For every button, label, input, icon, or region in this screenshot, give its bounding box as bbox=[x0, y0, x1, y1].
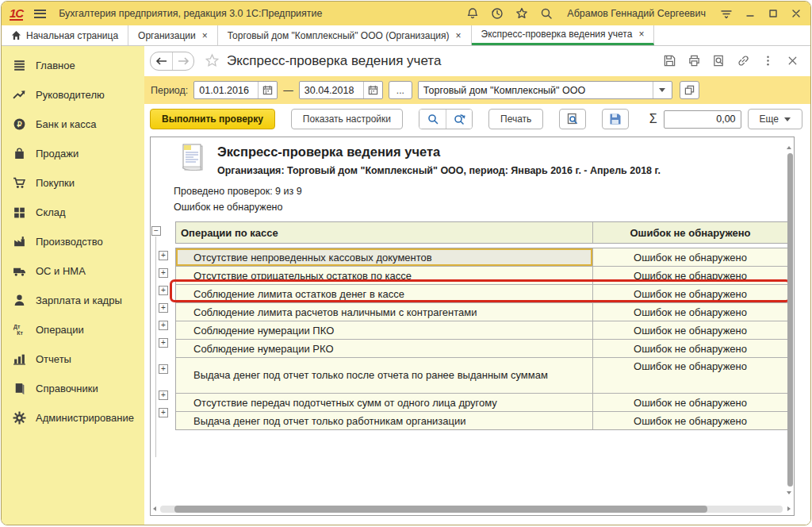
check-status-cell[interactable]: Ошибок не обнаружено bbox=[593, 267, 787, 284]
scroll-left-icon[interactable] bbox=[153, 506, 156, 511]
collapse-group-toggle[interactable]: − bbox=[151, 226, 161, 236]
tab-close-icon[interactable]: × bbox=[456, 30, 462, 41]
group-status-cell[interactable]: Ошибок не обнаружено bbox=[593, 222, 787, 243]
table-row-highlighted[interactable]: Соблюдение лимита остатков денег в кассе… bbox=[176, 284, 787, 302]
sidebar-item-bank-cash[interactable]: ₽ Банк и касса bbox=[2, 110, 144, 139]
link-icon[interactable] bbox=[737, 54, 750, 67]
expand-row-toggle[interactable]: + bbox=[159, 303, 168, 313]
favorites-star-icon[interactable] bbox=[515, 6, 529, 21]
table-row[interactable]: Выдача денег под отчет только работникам… bbox=[176, 411, 787, 429]
notifications-bell-icon[interactable] bbox=[465, 6, 480, 21]
expand-row-toggle[interactable]: + bbox=[159, 268, 168, 278]
group-header-cell[interactable]: Операции по кассе bbox=[176, 222, 593, 243]
favorite-star-icon[interactable] bbox=[204, 53, 220, 69]
find-button[interactable] bbox=[419, 110, 446, 129]
current-user[interactable]: Абрамов Геннадий Сергеевич bbox=[567, 8, 706, 19]
organization-input[interactable] bbox=[419, 82, 653, 98]
save-report-button[interactable] bbox=[602, 109, 629, 129]
main-menu-icon[interactable] bbox=[34, 10, 46, 18]
check-status-cell[interactable]: Ошибок не обнаружено bbox=[593, 285, 787, 302]
expand-row-toggle[interactable]: + bbox=[159, 408, 168, 417]
sidebar-item-purchases[interactable]: Покупки bbox=[2, 168, 144, 198]
check-status-cell[interactable]: Ошибок не обнаружено bbox=[593, 303, 787, 321]
check-status-cell[interactable]: Ошибок не обнаружено bbox=[593, 394, 787, 411]
dropdown-caret-icon[interactable] bbox=[653, 82, 672, 98]
sidebar-item-administration[interactable]: Администрирование bbox=[2, 403, 144, 433]
check-name-cell[interactable]: Соблюдение лимита остатков денег в кассе bbox=[176, 285, 593, 302]
expand-row-toggle[interactable]: + bbox=[159, 286, 168, 295]
sidebar-item-payroll-hr[interactable]: Зарплата и кадры bbox=[2, 286, 144, 315]
horizontal-scrollbar[interactable] bbox=[174, 506, 707, 513]
expand-row-toggle[interactable]: + bbox=[159, 251, 168, 260]
tab-organizations[interactable]: Организации × bbox=[128, 25, 218, 45]
history-icon[interactable] bbox=[490, 6, 504, 21]
sidebar-item-sales[interactable]: Продажи bbox=[2, 139, 144, 168]
expand-row-toggle[interactable]: + bbox=[159, 390, 168, 400]
check-status-cell[interactable]: Ошибок не обнаружено bbox=[593, 358, 787, 393]
maximize-icon[interactable] bbox=[767, 7, 779, 20]
sidebar-item-operations[interactable]: ДтКт Операции bbox=[2, 315, 144, 344]
scroll-up-icon[interactable] bbox=[787, 146, 791, 149]
expand-row-toggle[interactable]: + bbox=[159, 364, 168, 374]
vertical-scrollbar[interactable] bbox=[787, 153, 793, 487]
check-name-cell[interactable]: Выдача денег под отчет только работникам… bbox=[176, 412, 593, 429]
sidebar-item-production[interactable]: Производство bbox=[2, 227, 144, 256]
check-name-cell[interactable]: Отсутствие отрицательных остатков по кас… bbox=[176, 267, 593, 284]
table-row[interactable]: Отсутствие передач подотчетных сумм от о… bbox=[176, 393, 787, 411]
forward-button[interactable] bbox=[172, 52, 193, 70]
calendar-icon[interactable] bbox=[363, 82, 382, 98]
search-icon[interactable] bbox=[539, 6, 553, 21]
open-organization-button[interactable] bbox=[680, 81, 699, 99]
check-name-cell[interactable]: Соблюдение нумерации РКО bbox=[176, 340, 593, 357]
table-row[interactable]: Отсутствие непроведенных кассовых докуме… bbox=[176, 248, 787, 266]
scroll-down-icon[interactable] bbox=[787, 491, 791, 494]
sidebar-item-main[interactable]: Главное bbox=[2, 51, 144, 80]
sum-input[interactable] bbox=[665, 111, 741, 128]
period-to-input[interactable] bbox=[300, 82, 363, 98]
tab-home[interactable]: Начальная страница bbox=[2, 25, 128, 45]
more-kebab-icon[interactable] bbox=[761, 54, 775, 67]
back-button[interactable] bbox=[151, 52, 172, 70]
check-name-cell[interactable]: Соблюдение нумерации ПКО bbox=[176, 321, 593, 339]
expand-row-toggle[interactable]: + bbox=[159, 321, 168, 330]
table-row[interactable]: Соблюдение нумерации РКО Ошибок не обнар… bbox=[176, 339, 787, 357]
scroll-right-icon[interactable] bbox=[787, 506, 791, 511]
print-icon[interactable] bbox=[688, 54, 701, 67]
table-row[interactable]: Соблюдение лимита расчетов наличными с к… bbox=[176, 302, 787, 321]
table-row[interactable]: Выдача денег под отчет только после отче… bbox=[176, 357, 787, 393]
sidebar-item-warehouse[interactable]: Склад bbox=[2, 198, 144, 227]
run-check-button[interactable]: Выполнить проверку bbox=[150, 109, 275, 129]
sidebar-item-manager[interactable]: Руководителю bbox=[2, 80, 144, 110]
check-name-cell[interactable]: Соблюдение лимита расчетов наличными с к… bbox=[176, 303, 593, 321]
horizontal-scrollbar-track[interactable] bbox=[160, 506, 783, 513]
check-name-cell[interactable]: Отсутствие передач подотчетных сумм от о… bbox=[176, 394, 593, 411]
sidebar-item-reports[interactable]: Отчеты bbox=[2, 344, 144, 374]
minimize-icon[interactable] bbox=[744, 7, 756, 20]
check-status-cell[interactable]: Ошибок не обнаружено bbox=[593, 248, 787, 266]
check-name-cell[interactable]: Выдача денег под отчет только после отче… bbox=[176, 358, 593, 393]
close-form-icon[interactable] bbox=[786, 54, 799, 67]
more-actions-button[interactable]: Еще bbox=[748, 109, 802, 129]
close-window-icon[interactable] bbox=[790, 7, 802, 20]
check-status-cell[interactable]: Ошибок не обнаружено bbox=[593, 340, 787, 357]
period-from-input[interactable] bbox=[194, 82, 258, 98]
table-row[interactable]: Отсутствие отрицательных остатков по кас… bbox=[176, 266, 787, 284]
check-name-cell[interactable]: Отсутствие непроведенных кассовых докуме… bbox=[176, 248, 593, 266]
refresh-button[interactable] bbox=[446, 110, 472, 129]
expand-row-toggle[interactable]: + bbox=[159, 338, 168, 348]
period-options-button[interactable]: ... bbox=[389, 81, 412, 99]
service-menu-icon[interactable] bbox=[719, 6, 733, 21]
tab-express-check[interactable]: Экспресс-проверка ведения учета × bbox=[472, 25, 655, 45]
tab-organization-card[interactable]: Торговый дом "Комплексный" ООО (Организа… bbox=[218, 25, 472, 45]
calendar-icon[interactable] bbox=[258, 82, 277, 98]
tab-close-icon[interactable]: × bbox=[202, 30, 208, 41]
preview-icon[interactable] bbox=[712, 54, 726, 67]
sidebar-item-fixed-assets[interactable]: ОС и НМА bbox=[2, 256, 144, 286]
check-status-cell[interactable]: Ошибок не обнаружено bbox=[593, 412, 787, 429]
table-row[interactable]: Соблюдение нумерации ПКО Ошибок не обнар… bbox=[176, 321, 787, 339]
sidebar-item-directories[interactable]: Справочники bbox=[2, 374, 144, 403]
check-status-cell[interactable]: Ошибок не обнаружено bbox=[593, 321, 787, 339]
tab-close-icon[interactable]: × bbox=[638, 29, 644, 40]
show-settings-button[interactable]: Показать настройки bbox=[291, 109, 403, 129]
print-button[interactable]: Печать bbox=[488, 109, 543, 129]
